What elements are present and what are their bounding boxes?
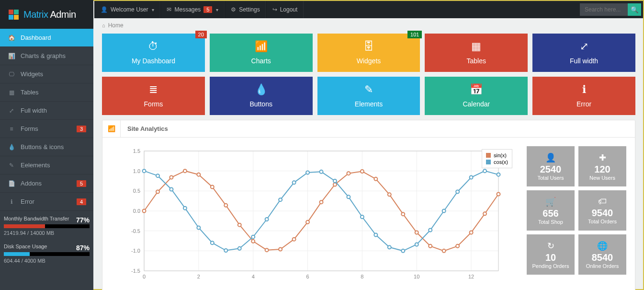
tile-label: Elements <box>355 100 383 108</box>
svg-point-73 <box>374 233 377 237</box>
svg-point-42 <box>320 200 323 204</box>
stat-value: 120 <box>594 164 610 175</box>
analytics-chart: -1.5-1.0-0.50.00.51.01.5024681012 <box>111 146 517 285</box>
gear-icon: ⚙ <box>231 6 236 13</box>
bandwidth-bar <box>4 224 90 228</box>
svg-point-45 <box>361 170 364 173</box>
sidebar: 🏠Dashboard📊Charts & graphs🖵Widgets▦Table… <box>0 29 93 290</box>
tile-icon: 💧 <box>210 83 313 96</box>
svg-point-56 <box>143 169 146 173</box>
stat-value: 8540 <box>592 252 613 263</box>
stat-label: New Users <box>589 175 615 181</box>
legend-swatch <box>486 160 491 164</box>
stat-grid: 👤2540Total Users✚120New Users🛒656Total S… <box>527 146 626 287</box>
tile-icon: ▦ <box>425 40 528 53</box>
sidebar-item-eelements[interactable]: ✎Eelements <box>0 156 93 174</box>
stat-icon: ✚ <box>599 152 606 163</box>
sidebar-item-widgets[interactable]: 🖵Widgets <box>0 65 93 83</box>
tile-buttons[interactable]: 💧Buttons <box>210 77 313 115</box>
sidebar-item-forms[interactable]: ≡Forms3 <box>0 120 93 138</box>
tile-calendar[interactable]: 📅Calendar <box>425 77 528 115</box>
stat-online-orders[interactable]: 🌐8540Online Orders <box>578 234 626 275</box>
logo[interactable]: Matrix Admin <box>0 0 93 29</box>
svg-point-47 <box>388 193 391 196</box>
nav-icon: 🖵 <box>7 71 16 78</box>
tile-error[interactable]: ℹError <box>532 77 635 115</box>
topbar-messages[interactable]: ✉Messages5▾ <box>160 1 225 18</box>
svg-point-75 <box>401 249 405 253</box>
nav-icon: 📊 <box>7 53 16 59</box>
tile-forms[interactable]: ≣Forms <box>102 77 205 115</box>
svg-point-38 <box>265 248 269 252</box>
topbar-welcome[interactable]: 👤Welcome User▾ <box>94 1 160 18</box>
nav-label: Addons <box>21 180 77 187</box>
sidebar-item-buttons-icons[interactable]: 💧Buttons & icons <box>0 138 93 156</box>
nav-label: Widgets <box>21 70 86 78</box>
stat-icon: 👤 <box>545 152 556 163</box>
nav-icon: ⤢ <box>7 107 16 114</box>
stat-label: Total Shop <box>538 219 563 225</box>
sidebar-item-full-width[interactable]: ⤢Full width <box>0 102 93 120</box>
topbar-messages-label: Messages <box>174 6 201 13</box>
topbar-logout[interactable]: ↪Logout <box>266 1 304 18</box>
tile-label: Charts <box>251 57 271 65</box>
nav-label: Tables <box>21 89 86 96</box>
svg-point-62 <box>224 249 227 252</box>
svg-point-49 <box>415 231 418 234</box>
legend-item: cos(x) <box>486 159 508 165</box>
disk-title: Disk Space Usage <box>4 244 47 249</box>
stat-total-orders[interactable]: 🏷9540Total Orders <box>578 190 626 231</box>
svg-point-64 <box>251 235 255 239</box>
svg-point-44 <box>347 172 350 175</box>
tile-tables[interactable]: ▦Tables <box>425 34 528 72</box>
tile-full-width[interactable]: ⤢Full width <box>532 34 635 72</box>
search-input[interactable] <box>580 3 628 16</box>
stat-total-shop[interactable]: 🛒656Total Shop <box>527 190 575 231</box>
svg-point-70 <box>333 179 337 183</box>
tile-charts[interactable]: 📶Charts <box>210 34 313 72</box>
search-button[interactable]: 🔍 <box>628 3 641 16</box>
nav-icon: 🏠 <box>7 35 16 41</box>
tile-label: Forms <box>144 100 163 108</box>
bandwidth-title: Monthly Bandwidth Transfer <box>4 216 69 221</box>
stat-icon: 🏷 <box>598 197 607 207</box>
svg-point-80 <box>470 176 473 179</box>
tile-label: Error <box>576 100 591 108</box>
sidebar-item-addons[interactable]: 📄Addons5 <box>0 174 93 193</box>
stat-label: Pending Orders <box>532 263 569 269</box>
svg-point-48 <box>401 212 405 216</box>
svg-text:4: 4 <box>252 274 255 279</box>
stat-total-users[interactable]: 👤2540Total Users <box>527 146 575 186</box>
sidebar-item-error[interactable]: ℹError4 <box>0 193 93 211</box>
sidebar-item-tables[interactable]: ▦Tables <box>0 83 93 102</box>
topbar-settings[interactable]: ⚙Settings <box>225 1 266 18</box>
tile-label: Calendar <box>463 100 490 108</box>
svg-point-34 <box>211 186 214 189</box>
svg-point-52 <box>456 244 459 248</box>
stat-pending-orders[interactable]: ↻10Pending Orders <box>527 234 575 275</box>
tile-label: Widgets <box>357 57 381 65</box>
svg-text:0: 0 <box>143 274 146 279</box>
tile-widgets[interactable]: 101🗄Widgets <box>317 34 420 72</box>
stat-new-users[interactable]: ✚120New Users <box>578 146 626 186</box>
svg-point-60 <box>197 226 200 230</box>
tile-elements[interactable]: ✎Elements <box>317 77 420 115</box>
topbar-search: 🔍 <box>578 1 643 18</box>
tile-label: My Dashboard <box>132 57 175 65</box>
svg-text:0.5: 0.5 <box>133 188 140 194</box>
sidebar-item-charts-graphs[interactable]: 📊Charts & graphs <box>0 47 93 65</box>
chart-icon: 📶 <box>102 120 121 137</box>
svg-text:6: 6 <box>306 274 309 279</box>
nav-badge: 3 <box>77 126 86 132</box>
svg-point-61 <box>211 241 214 244</box>
chart-legend: sin(x)cos(x) <box>482 149 512 168</box>
breadcrumb-home[interactable]: Home <box>108 22 124 29</box>
legend-swatch <box>486 153 491 158</box>
sidebar-bandwidth: Monthly Bandwidth Transfer77% 21419.94 /… <box>0 211 93 239</box>
svg-text:10: 10 <box>414 274 419 279</box>
chevron-down-icon: ▾ <box>152 7 154 12</box>
disk-bar <box>4 252 90 256</box>
svg-point-32 <box>183 169 187 173</box>
sidebar-item-dashboard[interactable]: 🏠Dashboard <box>0 29 93 47</box>
tile-my-dashboard[interactable]: 20⏱My Dashboard <box>102 34 205 72</box>
